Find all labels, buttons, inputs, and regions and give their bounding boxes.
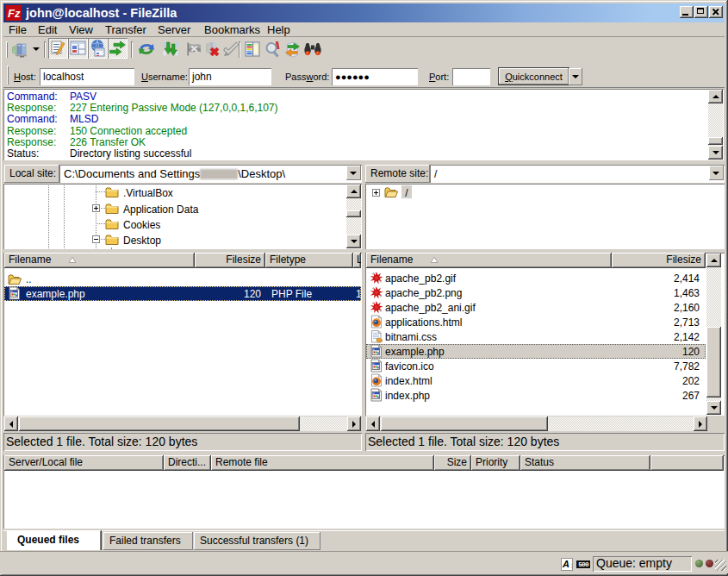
svg-text:Fz: Fz <box>8 7 21 20</box>
